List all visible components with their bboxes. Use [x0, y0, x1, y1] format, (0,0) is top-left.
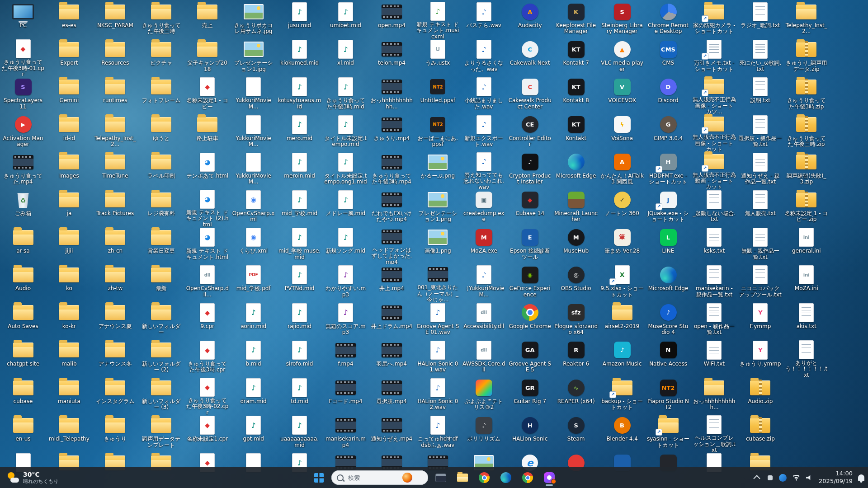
desktop-icon[interactable]: open.mp4	[369, 2, 414, 39]
desktop-icon[interactable]: ◎OBS Studio	[553, 265, 599, 302]
desktop-icon[interactable]: CCakewalk Product Center	[507, 77, 552, 114]
desktop-icon[interactable]: 万引きメモ.txt - ショートカット	[692, 39, 737, 76]
desktop-icon[interactable]: meroin.mid	[277, 152, 322, 189]
desktop-icon[interactable]: ヘルスコンプレッション＿歌詞.txt	[692, 415, 737, 452]
desktop-icon[interactable]: SSteinberg Library Manager	[599, 2, 645, 39]
desktop-icon[interactable]: きゅうり食ってた午後3時-01.cpr	[0, 39, 46, 76]
tray-app-2-button[interactable]	[779, 470, 787, 485]
desktop-icon[interactable]: b.mid	[231, 340, 276, 377]
window-app-button[interactable]	[431, 469, 451, 487]
desktop-icon[interactable]: kotusytuaaus.mid	[277, 77, 322, 114]
media-app-button[interactable]	[539, 469, 559, 487]
desktop-icon[interactable]: en-us	[0, 415, 46, 452]
desktop-icon[interactable]: だれでもFXいけたやつ.mp4	[369, 190, 414, 227]
desktop-icon[interactable]: midi_Telepathy	[47, 415, 92, 452]
desktop-icon[interactable]: きゅうり_調声用データ.zip	[784, 39, 829, 76]
desktop-icon[interactable]: 井上ドラム.mp4	[369, 303, 414, 340]
desktop-icon[interactable]: rajio.mid	[277, 303, 322, 340]
desktop-icon[interactable]: わかりやすい.mp3	[323, 265, 368, 302]
tray-app-1-button[interactable]	[766, 470, 774, 485]
desktop-icon[interactable]: MMoZA.exe	[461, 227, 506, 264]
desktop-icon[interactable]: ヘッドフォンはずしてよかった.mp4	[369, 227, 414, 264]
desktop-icon[interactable]: 最新	[139, 265, 184, 302]
desktop-icon[interactable]: mid_学校 muse.mid	[277, 227, 322, 264]
desktop-icon[interactable]: きゅうり.mp4	[369, 115, 414, 152]
desktop-icon[interactable]: umibet.mid	[323, 2, 368, 39]
desktop-icon[interactable]: manisekarin.mp4	[323, 415, 368, 452]
desktop-icon[interactable]: Resources	[93, 39, 138, 76]
desktop-icon[interactable]: Microsoft Edge	[646, 265, 691, 302]
desktop-icon[interactable]: es-es	[47, 2, 92, 39]
desktop-icon[interactable]: 通知うぜえ - 親作品一覧.txt	[738, 152, 783, 189]
desktop-icon[interactable]: きゅうり食ってた午後3時-02.cpr	[185, 378, 230, 415]
desktop-icon[interactable]: syasinn - ショートカット	[646, 415, 691, 452]
desktop-icon[interactable]: 答え知ってても忘れないわこれ.wav	[461, 152, 506, 189]
desktop-icon[interactable]: OpenCvSharp.xml	[231, 190, 276, 227]
desktop-icon[interactable]: レジ袋有料	[139, 190, 184, 227]
desktop-icon[interactable]: cubase	[0, 378, 46, 415]
desktop-icon[interactable]: プレゼンテーション1.png	[415, 190, 460, 227]
desktop-icon[interactable]: AWSSDK.Core.dll	[461, 340, 506, 377]
wifi-button[interactable]	[792, 470, 801, 485]
desktop-icon[interactable]: ニコニコバックアップツール.txt	[738, 265, 783, 302]
desktop-icon[interactable]: 無題 - 親作品一覧.txt	[738, 227, 783, 264]
desktop-icon[interactable]: mero.mid	[277, 115, 322, 152]
desktop-icon[interactable]: ◆Cubase 14	[507, 190, 552, 227]
desktop-icon[interactable]: akis.txt	[784, 303, 829, 340]
desktop-icon[interactable]: よりうるさくなった。wav	[461, 39, 506, 76]
desktop-icon[interactable]: open - 親作品一覧.txt	[692, 303, 737, 340]
desktop-icon[interactable]: 説明.txt	[738, 77, 783, 114]
desktop-icon[interactable]: HHDDFMT.exe - ショートカット	[646, 152, 691, 189]
desktop-icon[interactable]: JJQuake.exe - ショートカット	[646, 190, 691, 227]
desktop-icon[interactable]: 新規 テキスト ドキュメント.html	[185, 227, 230, 264]
desktop-icon[interactable]: ♪Crypton Product Installer	[507, 152, 552, 189]
desktop-icon[interactable]: malib	[47, 340, 92, 377]
desktop-icon[interactable]: backup - ショートカット	[599, 378, 645, 415]
desktop-icon[interactable]: きゅうり食ってた午後三時	[139, 2, 184, 39]
desktop-icon[interactable]: F.ymmp	[738, 303, 783, 340]
desktop-icon[interactable]: AAudacity	[507, 2, 552, 39]
desktop-icon[interactable]: 小銭詰まりました.wav	[461, 77, 506, 114]
desktop-icon[interactable]: 画像1.png	[415, 227, 460, 264]
desktop-icon[interactable]: RReaktor 6	[553, 340, 599, 377]
desktop-icon[interactable]: 父子キャンプ2018	[185, 39, 230, 76]
desktop-icon[interactable]: id-id	[47, 115, 92, 152]
desktop-icon[interactable]: Gemini	[47, 77, 92, 114]
desktop-icon[interactable]: gpt.mid	[231, 415, 276, 452]
desktop-icon[interactable]: SSteam	[553, 415, 599, 452]
desktop-icon[interactable]: cubase.zip	[738, 415, 783, 452]
desktop-icon[interactable]: 死にたい_ω歌詞.txt	[738, 39, 783, 76]
desktop-icon[interactable]: KTKontakt	[553, 115, 599, 152]
desktop-icon[interactable]: 9.5.xlsx - ショートカット	[599, 265, 645, 302]
desktop-icon[interactable]: パステら.wav	[461, 2, 506, 39]
desktop-icon[interactable]: 無人販売不正行為画像 - ショートカツ...	[692, 77, 737, 114]
desktop-icon[interactable]: PC	[0, 2, 46, 39]
desktop-icon[interactable]: 営業日変更	[139, 227, 184, 264]
desktop-icon[interactable]: dram.mid	[231, 378, 276, 415]
desktop-icon[interactable]: Images	[47, 152, 92, 189]
desktop-icon[interactable]: かるーぷ.png	[415, 152, 460, 189]
edge-button[interactable]	[496, 469, 516, 487]
desktop-icon[interactable]: インスタグラム	[93, 378, 138, 415]
desktop-icon[interactable]: ♪MuseScore Studio 4	[646, 303, 691, 340]
desktop-icon[interactable]: Minecraft Launcher	[553, 190, 599, 227]
desktop-icon[interactable]: 名称未設定1.cpr	[185, 415, 230, 452]
desktop-icon[interactable]: CEController Editor	[507, 115, 552, 152]
desktop-icon[interactable]: 001_東北きりたん（ノーマル）_今じゃ...	[415, 265, 460, 302]
desktop-icon[interactable]: 調声練習(失敗)_3.zip	[784, 152, 829, 189]
desktop-icon[interactable]: Microsoft Edge	[553, 152, 599, 189]
hidden-icons-chevron-button[interactable]	[754, 470, 761, 485]
desktop-icon[interactable]: Telepathy_Inst_2...	[784, 2, 829, 39]
desktop-icon[interactable]: KKeepforest File Manager	[553, 2, 599, 39]
desktop-icon[interactable]: ko	[47, 265, 92, 302]
desktop-icon[interactable]: BBlender 4.4	[599, 415, 645, 452]
desktop-icon[interactable]: ラジオ_歌詞.txt	[738, 2, 783, 39]
desktop-icon[interactable]: 調声用データテンプレート	[139, 415, 184, 452]
desktop-icon[interactable]: 筆筆まめ Ver.28	[599, 227, 645, 264]
desktop-icon[interactable]: きゅうり食ってた午後三時.zip	[784, 115, 829, 152]
desktop-icon[interactable]: TimeTune	[93, 152, 138, 189]
desktop-icon[interactable]: Untitled.ppsf	[415, 77, 460, 114]
desktop-icon[interactable]: GRGuitar Rig 7	[507, 378, 552, 415]
desktop-icon[interactable]: manisekarin - 親作品一覧.txt	[692, 265, 737, 302]
desktop-icon[interactable]: きゅうり食ってた午後3時.cpr	[185, 340, 230, 377]
